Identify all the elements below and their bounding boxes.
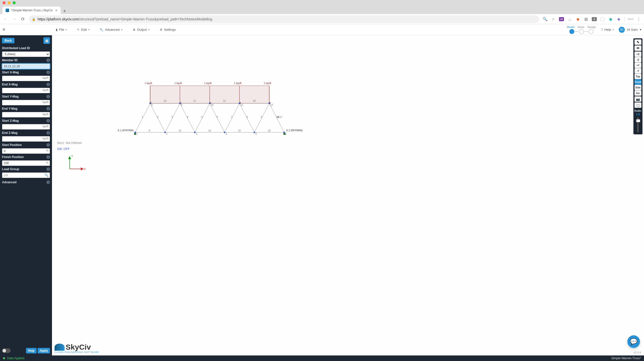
browser-menu-icon[interactable]: ⋮ — [636, 17, 641, 21]
scale-label: Scale: — [634, 109, 641, 112]
workflow-step-model[interactable] — [569, 29, 574, 34]
unit-label: kip/ft — [42, 76, 49, 79]
svg-text:6: 6 — [217, 116, 218, 118]
info-icon[interactable]: i — [46, 107, 50, 110]
ext-shield-icon[interactable]: ◉ — [608, 17, 613, 21]
search-icon[interactable]: 🔍 — [44, 173, 49, 177]
menu-settings-label: Settings — [164, 28, 176, 32]
view-top-button[interactable]: Top — [634, 74, 641, 79]
chat-fab[interactable]: 💬 — [627, 335, 640, 348]
url-input[interactable]: 🔒 https://platform.skyciv.com/structural… — [29, 15, 539, 23]
caret-icon: ▾ — [66, 28, 67, 31]
view-plusminus-x-button[interactable]: +X — [634, 51, 641, 57]
view-side-button[interactable]: Side — [634, 85, 641, 90]
workflow-model-label[interactable]: Model — [567, 25, 574, 28]
workflow-design-label[interactable]: Design — [587, 25, 596, 28]
user-greeting: Hi Sam — [627, 28, 638, 32]
workflow-step-design[interactable] — [588, 29, 594, 34]
info-icon[interactable]: i — [46, 95, 50, 98]
info-icon[interactable]: i — [46, 119, 50, 123]
new-tab-button[interactable]: + — [63, 8, 66, 14]
advanced-toggle[interactable] — [2, 348, 11, 353]
apply-button[interactable]: Apply — [38, 348, 50, 353]
pencil-tool-button[interactable]: ✎ — [634, 39, 641, 45]
ext-calendar-icon[interactable]: ▦ — [584, 17, 588, 21]
cube-button[interactable]: ⬚ — [634, 102, 641, 108]
caret-icon: ▾ — [121, 28, 122, 31]
svg-text:14: 14 — [208, 129, 211, 132]
label-sxm: Start X-Magi — [2, 71, 50, 74]
menu-settings[interactable]: ⚙Settings — [160, 28, 176, 32]
user-menu[interactable]: SC Hi Sam ▾ — [619, 27, 641, 33]
info-icon[interactable]: i — [46, 167, 50, 171]
app-toolbar: ≡ ▮File▾ ✎Edit▾ 🔧Advanced▾ 🖥Output▾ ⚙Set… — [0, 24, 644, 35]
nav-reload-icon[interactable]: ⟳ — [20, 16, 25, 22]
menu-file[interactable]: ▮File▾ — [56, 28, 67, 32]
menu-edit-label: Edit — [81, 28, 87, 32]
svg-point-63 — [149, 103, 151, 104]
workflow-step-solve[interactable] — [579, 29, 584, 34]
ext-diamond-icon[interactable]: ◈ — [616, 17, 621, 21]
bookmark-icon[interactable]: ☆ — [551, 17, 555, 21]
scale-slider[interactable] — [637, 117, 639, 132]
info-icon[interactable]: i — [46, 83, 50, 86]
svg-text:Y: Y — [71, 155, 73, 158]
tab-close-icon[interactable]: × — [55, 8, 57, 12]
help-button[interactable]: Help — [26, 348, 37, 353]
finish-pos-input[interactable] — [2, 160, 50, 166]
info-icon[interactable]: i — [46, 58, 50, 62]
nav-back-icon[interactable]: ← — [3, 16, 8, 22]
view-minus-x-button[interactable]: -X — [634, 57, 641, 63]
unit-label: kip/ft — [42, 113, 49, 116]
svg-text:S 1 (FFFFRR): S 1 (FFFFRR) — [118, 129, 133, 132]
browser-tab[interactable]: *Simple-Warren-Truss | SkyCiv × — [3, 7, 61, 14]
info-icon[interactable]: i — [46, 155, 50, 159]
svg-text:12: 12 — [270, 104, 273, 106]
svg-text:2: 2 — [157, 116, 159, 118]
workflow-connector — [584, 31, 588, 32]
dl-id-select[interactable]: 5 (New) — [2, 51, 50, 57]
workflow-solve-label[interactable]: Solve — [577, 25, 584, 28]
view-minus-y-button[interactable]: -Y — [634, 68, 641, 74]
ext-g-icon[interactable]: G — [592, 17, 597, 21]
visibility-button[interactable]: 👁 — [634, 45, 641, 51]
camera-button[interactable]: 📷 — [634, 96, 641, 102]
menu-advanced[interactable]: 🔧Advanced▾ — [100, 28, 122, 32]
divider — [625, 17, 625, 21]
ext-skyciv-icon[interactable]: SkyCiv — [628, 17, 633, 21]
back-button[interactable]: Back — [2, 38, 14, 43]
info-icon[interactable]: i — [46, 71, 50, 74]
model-canvas[interactable]: 1 kip/ft1 kip/ft1 kip/ft1 kip/ft1 kip/ft… — [52, 35, 644, 355]
search-icon[interactable]: 🔍 — [543, 17, 547, 21]
monitor-icon: 🖥 — [132, 28, 136, 32]
hamburger-icon[interactable]: ≡ — [3, 27, 5, 32]
nav-forward-icon[interactable]: → — [12, 16, 17, 22]
start-pos-input[interactable] — [2, 148, 50, 154]
info-icon[interactable]: i — [46, 180, 50, 184]
ext-drive-icon[interactable]: △ — [568, 17, 572, 21]
gear-icon: ⚙ — [160, 28, 163, 32]
window-minimize-icon[interactable] — [8, 1, 11, 4]
ext-lh-icon[interactable]: LH — [559, 17, 564, 21]
menu-output[interactable]: 🖥Output▾ — [132, 28, 150, 32]
info-icon[interactable]: i — [46, 143, 50, 147]
datasheet-button[interactable]: ▦ — [43, 37, 50, 44]
ext-puzzle-icon[interactable]: ◆ — [576, 17, 580, 21]
menu-edit[interactable]: ✎Edit▾ — [77, 28, 89, 32]
help-menu[interactable]: ?Help▾ — [601, 28, 614, 32]
view-plusminus-y-button[interactable]: +Y — [634, 63, 641, 68]
ext-circle-icon[interactable]: ◯ — [600, 17, 605, 21]
svg-text:19: 19 — [268, 129, 271, 132]
window-close-icon[interactable] — [3, 1, 6, 4]
load-group-input[interactable] — [2, 172, 50, 178]
svg-text:18: 18 — [253, 100, 256, 102]
window-maximize-icon[interactable] — [13, 1, 16, 4]
view-front-button[interactable]: Front — [634, 79, 641, 85]
view-iso-button[interactable]: Iso — [634, 90, 641, 96]
member-id-input[interactable] — [2, 64, 50, 69]
info-icon[interactable]: i — [46, 131, 50, 135]
status-filename: Simple-Warren-Truss* — [611, 356, 641, 360]
workflow-steps: Model Solve Design — [567, 25, 596, 34]
svg-text:8: 8 — [151, 104, 153, 106]
svg-text:1 kip/ft: 1 kip/ft — [204, 82, 212, 85]
